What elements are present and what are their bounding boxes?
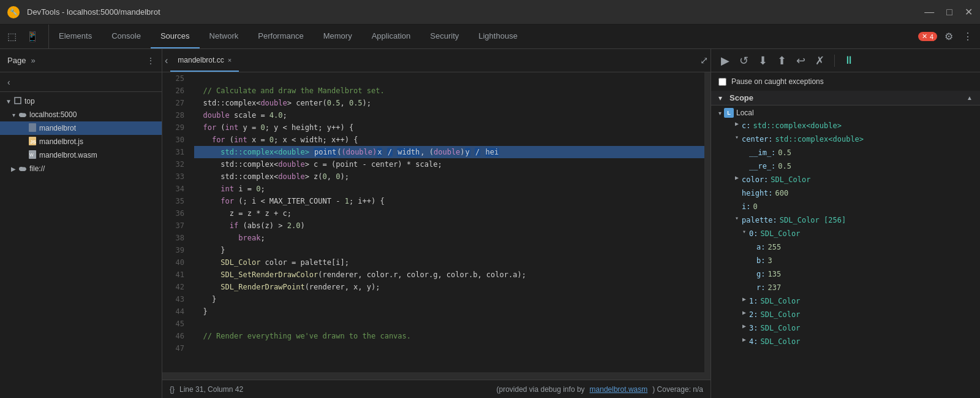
panel-tab-more[interactable]: »: [31, 56, 35, 65]
code-line: [194, 72, 704, 85]
nav-tab-security[interactable]: Security: [420, 25, 469, 48]
tree-item-mandelbrot-js[interactable]: JSmandelbrot.js: [0, 135, 162, 148]
svg-point-11: [23, 167, 26, 170]
scope-item-key: __re_:: [749, 161, 775, 172]
step-btn[interactable]: ↩: [794, 53, 808, 69]
tab-expand-btn[interactable]: ⤢: [700, 49, 708, 72]
tree-item-localhost-5000[interactable]: ▾localhost:5000: [0, 108, 162, 121]
svg-text:W: W: [29, 153, 34, 157]
minimize-button[interactable]: —: [924, 6, 934, 18]
scope-item[interactable]: __im_: 0.5: [711, 146, 980, 159]
panel-more-btn[interactable]: ⋮: [147, 56, 154, 65]
code-line: SDL_SetRenderDrawColor(renderer, color.r…: [194, 269, 704, 281]
scope-header[interactable]: ▾ Scope ▲: [711, 91, 980, 105]
horizontal-scrollbar[interactable]: [162, 372, 710, 380]
nav-tab-memory[interactable]: Memory: [314, 25, 362, 48]
scope-item[interactable]: b: 3: [711, 254, 980, 267]
nav-tab-sources[interactable]: Sources: [151, 25, 200, 48]
code-line: }: [194, 305, 704, 318]
tree-item-label: mandelbrot: [39, 124, 76, 132]
title-bar-text: DevTools - localhost:5000/mandelbrot: [27, 7, 917, 17]
scope-item-val: 0: [753, 201, 757, 212]
scope-item[interactable]: height: 600: [711, 186, 980, 200]
scope-item-val: SDL_Color: [760, 296, 800, 307]
code-line: for (int y = 0; y < height; y++) {: [194, 121, 704, 134]
vertical-scrollbar[interactable]: [704, 72, 710, 372]
panel-tab-page[interactable]: Page: [7, 56, 26, 65]
inspect-icon[interactable]: ⬚: [5, 28, 19, 45]
nav-tab-lighthouse[interactable]: Lighthouse: [469, 25, 527, 48]
nav-tab-elements[interactable]: Elements: [49, 25, 102, 48]
nav-left-icons: ⬚ 📱: [5, 25, 49, 48]
step-into-btn[interactable]: ⬇: [756, 53, 770, 69]
resume-btn[interactable]: ▶: [718, 53, 732, 69]
scope-item[interactable]: i: 0: [711, 200, 980, 213]
deactivate-btn[interactable]: ✗: [813, 53, 827, 69]
tree-item-mandelbrot[interactable]: mandelbrot: [0, 121, 162, 135]
scope-item-val: 0.5: [778, 147, 791, 158]
file-tree: ▼top▾localhost:5000mandelbrotJSmandelbro…: [0, 92, 162, 398]
scope-item-val: 237: [767, 282, 781, 293]
nav-tab-network[interactable]: Network: [200, 25, 249, 48]
code-tab-mandelbrot[interactable]: mandelbrot.cc ×: [170, 49, 239, 72]
code-line: for (; i < MAX_ITER_COUNT - 1; i++) {: [194, 195, 704, 207]
local-icon: L: [724, 108, 734, 118]
scope-item-key: b:: [756, 255, 765, 266]
scope-item[interactable]: ▶3: SDL_Color: [711, 321, 980, 335]
code-line: }: [194, 293, 704, 305]
scope-item[interactable]: ▾center: std::complex<double>: [711, 132, 980, 146]
tree-item-mandelbrot-wasm[interactable]: Wmandelbrot.wasm: [0, 148, 162, 162]
left-panel-toolbar: ‹: [0, 72, 162, 92]
pause-exceptions-checkbox[interactable]: [718, 78, 726, 86]
scope-item[interactable]: ▶2: SDL_Color: [711, 308, 980, 321]
code-line: }: [194, 244, 704, 256]
scope-item[interactable]: ▶4: SDL_Color: [711, 335, 980, 348]
nav-right: ✕ 4 ⚙ ⋮: [911, 25, 975, 48]
tree-item-top[interactable]: ▼top: [0, 94, 162, 108]
close-button[interactable]: ✕: [965, 6, 973, 18]
scope-items: ▶c: std::complex<double>▾center: std::co…: [711, 119, 980, 348]
scope-item[interactable]: a: 255: [711, 240, 980, 254]
pause-btn[interactable]: ⏸: [842, 53, 856, 68]
scope-item[interactable]: ▾palette: SDL_Color [256]: [711, 213, 980, 227]
local-expand-arrow: ▾: [718, 110, 722, 117]
device-icon[interactable]: 📱: [24, 28, 41, 45]
scope-item-key: center:: [742, 134, 773, 145]
prev-file-btn[interactable]: ‹: [5, 76, 13, 88]
line-number: 31: [162, 146, 184, 158]
code-line: SDL_Color color = palette[i];: [194, 256, 704, 269]
tab-prev-btn[interactable]: ‹: [165, 49, 168, 72]
scope-item[interactable]: ▾0: SDL_Color: [711, 227, 980, 240]
scope-item[interactable]: ▶color: SDL_Color: [711, 173, 980, 186]
code-area: 2526272829303132333435363738394041424344…: [162, 72, 710, 372]
line-number: 34: [162, 183, 184, 195]
local-header[interactable]: ▾ L Local: [711, 107, 980, 119]
footer-link[interactable]: mandelbrot.wasm: [590, 385, 648, 394]
nav-tab-console[interactable]: Console: [102, 25, 151, 48]
nav-tab-performance[interactable]: Performance: [248, 25, 313, 48]
close-tab-btn[interactable]: ×: [228, 56, 232, 64]
scope-item[interactable]: ▶c: std::complex<double>: [711, 119, 980, 132]
settings-button[interactable]: ⚙: [942, 28, 956, 45]
line-number: 41: [162, 269, 184, 281]
scope-item[interactable]: r: 237: [711, 281, 980, 294]
scope-item[interactable]: g: 135: [711, 267, 980, 281]
nav-tab-application[interactable]: Application: [362, 25, 421, 48]
center-panel: ‹ mandelbrot.cc × ⤢ 25262728293031323334…: [162, 49, 710, 398]
scope-item[interactable]: __re_: 0.5: [711, 159, 980, 173]
maximize-button[interactable]: □: [946, 6, 952, 18]
scope-item-key: color:: [742, 174, 768, 185]
tree-item-icon: JS: [28, 137, 37, 147]
footer-pos: Line 31, Column 42: [179, 385, 243, 394]
scope-item[interactable]: ▶1: SDL_Color: [711, 294, 980, 308]
step-out-btn[interactable]: ⬆: [775, 53, 789, 69]
scope-item-key: 3:: [749, 323, 758, 334]
tree-item-icon: [13, 97, 22, 105]
more-button[interactable]: ⋮: [960, 28, 975, 45]
left-panel-header: Page » ⋮: [0, 49, 162, 72]
step-over-btn[interactable]: ↺: [737, 53, 751, 69]
svg-rect-4: [29, 123, 36, 132]
line-number: 28: [162, 109, 184, 121]
line-number: 26: [162, 85, 184, 97]
tree-item-file---[interactable]: ▶file://: [0, 162, 162, 175]
